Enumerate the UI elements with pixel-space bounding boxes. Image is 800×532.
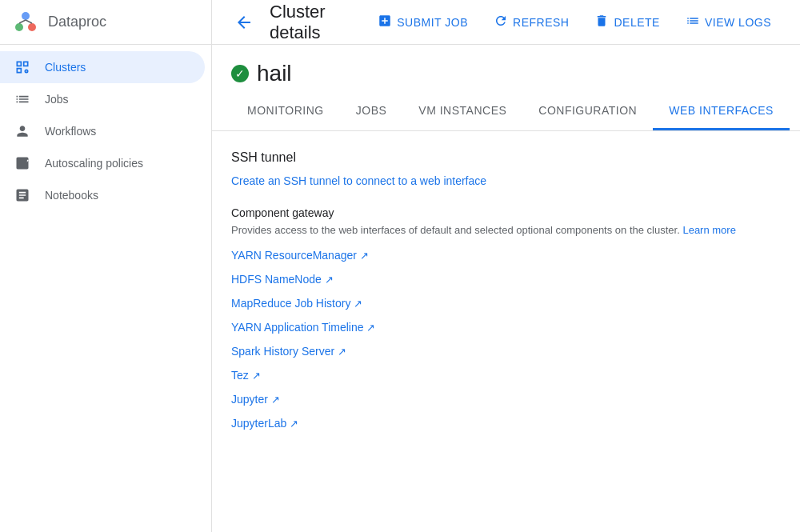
- tab-monitoring[interactable]: MONITORING: [231, 93, 340, 130]
- hdfs-namenode-link[interactable]: HDFS NameNode ↗: [231, 273, 781, 286]
- external-link-icon-4: ↗: [338, 346, 346, 358]
- svg-point-1: [15, 23, 23, 31]
- sidebar-item-clusters[interactable]: Clusters: [0, 51, 205, 83]
- external-link-icon-0: ↗: [360, 250, 369, 262]
- refresh-icon: [494, 14, 508, 31]
- svg-line-3: [19, 20, 26, 23]
- sidebar-item-autoscaling[interactable]: Autoscaling policies: [0, 147, 205, 179]
- delete-label: DELETE: [614, 16, 659, 29]
- external-link-icon-1: ↗: [325, 274, 334, 286]
- component-gateway-desc: Provides access to the web interfaces of…: [231, 224, 781, 236]
- sidebar-item-workflows[interactable]: Workflows: [0, 115, 205, 147]
- sidebar-item-notebooks[interactable]: Notebooks: [0, 179, 205, 211]
- delete-icon: [594, 14, 609, 31]
- content-area: ✓ hail MONITORING JOBS VM INSTANCES CONF…: [212, 45, 800, 532]
- sidebar-item-workflows-label: Workflows: [45, 125, 96, 138]
- ssh-tunnel-title: SSH tunnel: [231, 150, 781, 165]
- cluster-status-icon: ✓: [231, 65, 249, 82]
- tab-vm-instances[interactable]: VM INSTANCES: [402, 93, 522, 130]
- refresh-button[interactable]: REFRESH: [484, 7, 578, 38]
- learn-more-link[interactable]: Learn more: [682, 224, 735, 236]
- sidebar-item-jobs-label: Jobs: [45, 93, 69, 106]
- refresh-label: REFRESH: [513, 16, 569, 29]
- sidebar: Dataproc Clusters Jobs Workflows Autosc: [0, 0, 212, 532]
- external-link-icon-6: ↗: [271, 394, 280, 406]
- submit-job-label: SUBMIT JOB: [397, 16, 468, 29]
- sidebar-nav: Clusters Jobs Workflows Autoscaling poli…: [0, 45, 211, 211]
- tabs-bar: MONITORING JOBS VM INSTANCES CONFIGURATI…: [212, 93, 800, 131]
- web-interfaces-content: SSH tunnel Create an SSH tunnel to conne…: [212, 131, 800, 449]
- mapreduce-job-history-link[interactable]: MapReduce Job History ↗: [231, 297, 781, 310]
- delete-button[interactable]: DELETE: [585, 7, 669, 38]
- view-logs-label: VIEW LOGS: [705, 16, 771, 29]
- external-link-icon-2: ↗: [354, 298, 362, 310]
- external-link-icon-5: ↗: [252, 370, 261, 382]
- yarn-application-timeline-link[interactable]: YARN Application Timeline ↗: [231, 321, 781, 334]
- tab-configuration[interactable]: CONFIGURATION: [522, 93, 653, 130]
- sidebar-header: Dataproc: [0, 0, 211, 45]
- view-logs-button[interactable]: VIEW LOGS: [676, 7, 781, 38]
- jupyterlab-link[interactable]: JupyterLab ↗: [231, 417, 781, 430]
- notebooks-icon: [13, 187, 32, 203]
- tab-jobs[interactable]: JOBS: [340, 93, 403, 130]
- cluster-name-row: ✓ hail: [212, 45, 800, 93]
- tez-link[interactable]: Tez ↗: [231, 369, 781, 382]
- back-button[interactable]: [231, 10, 257, 35]
- submit-job-icon: [378, 14, 392, 31]
- tab-web-interfaces[interactable]: WEB INTERFACES: [653, 93, 790, 130]
- sidebar-item-notebooks-label: Notebooks: [45, 189, 98, 202]
- svg-point-2: [28, 23, 36, 31]
- jupyter-link[interactable]: Jupyter ↗: [231, 393, 781, 406]
- dataproc-logo: [13, 10, 38, 35]
- topbar-actions: SUBMIT JOB REFRESH DELETE VIEW LOGS: [368, 7, 781, 38]
- sidebar-item-clusters-label: Clusters: [45, 61, 86, 74]
- topbar: Cluster details SUBMIT JOB REFRESH DELET…: [212, 0, 800, 45]
- cluster-name: hail: [257, 61, 292, 86]
- component-links-list: YARN ResourceManager ↗ HDFS NameNode ↗ M…: [231, 249, 781, 430]
- svg-point-0: [22, 12, 30, 20]
- yarn-resource-manager-link[interactable]: YARN ResourceManager ↗: [231, 249, 781, 262]
- external-link-icon-7: ↗: [290, 418, 298, 430]
- sidebar-item-autoscaling-label: Autoscaling policies: [45, 157, 143, 170]
- sidebar-item-jobs[interactable]: Jobs: [0, 83, 205, 115]
- view-logs-icon: [686, 14, 700, 31]
- page-title: Cluster details: [270, 2, 355, 43]
- clusters-icon: [13, 59, 32, 75]
- sidebar-app-title: Dataproc: [48, 14, 106, 30]
- component-gateway-title: Component gateway: [231, 206, 781, 219]
- main-content: Cluster details SUBMIT JOB REFRESH DELET…: [212, 0, 800, 532]
- ssh-tunnel-link[interactable]: Create an SSH tunnel to connect to a web…: [231, 174, 486, 187]
- workflows-icon: [13, 123, 32, 139]
- spark-history-server-link[interactable]: Spark History Server ↗: [231, 345, 781, 358]
- external-link-icon-3: ↗: [366, 322, 375, 334]
- submit-job-button[interactable]: SUBMIT JOB: [368, 7, 478, 38]
- jobs-icon: [13, 91, 32, 107]
- svg-line-4: [26, 20, 32, 23]
- autoscaling-icon: [13, 155, 32, 171]
